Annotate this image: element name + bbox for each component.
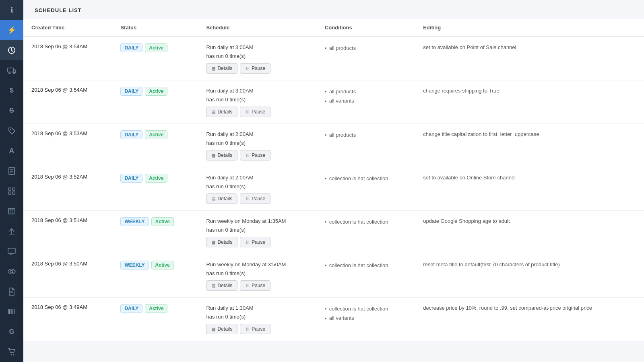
- details-button[interactable]: ▤ Details: [206, 193, 237, 204]
- svg-rect-13: [8, 192, 11, 194]
- schedule-actions: ▤ Details ⏸ Pause: [206, 193, 308, 204]
- status-badges: DAILY Active: [120, 174, 190, 183]
- apps-icon[interactable]: [0, 181, 23, 201]
- conditions-list: collection is hat collectionall variants: [325, 304, 407, 323]
- pause-button[interactable]: ⏸ Pause: [240, 193, 270, 204]
- created-time: 2018 Sep 06 @ 3:54AM: [31, 87, 87, 93]
- condition-item: collection is hat collection: [325, 304, 407, 313]
- svg-point-34: [11, 354, 12, 356]
- pause-button[interactable]: ⏸ Pause: [240, 150, 270, 160]
- strikethrough-icon[interactable]: S: [0, 101, 23, 121]
- details-button[interactable]: ▤ Details: [206, 324, 237, 334]
- schedule-run-line1: Run daily at 3:00AM: [206, 87, 308, 95]
- eye-icon[interactable]: [0, 261, 23, 282]
- document-edit-icon[interactable]: [0, 161, 23, 181]
- svg-line-2: [12, 51, 13, 52]
- g-icon[interactable]: G: [0, 322, 23, 342]
- pause-button[interactable]: ⏸ Pause: [240, 107, 270, 117]
- schedule-run-line1: Run daily at 2:00AM: [206, 130, 308, 138]
- status-badges: WEEKLY Active: [120, 217, 190, 226]
- clock-icon[interactable]: [0, 40, 23, 60]
- font-icon[interactable]: A: [0, 141, 23, 161]
- condition-item: collection is hat collection: [325, 217, 407, 226]
- frequency-badge: DAILY: [120, 130, 142, 139]
- created-time: 2018 Sep 06 @ 3:54AM: [31, 43, 87, 49]
- info-icon[interactable]: ℹ: [0, 0, 23, 20]
- details-button[interactable]: ▤ Details: [206, 280, 237, 291]
- cart-icon[interactable]: [0, 342, 23, 362]
- conditions-list: collection is hat collection: [325, 217, 407, 226]
- sidebar: ℹ ⚡ $ S A G: [0, 0, 23, 362]
- col-status: Status: [112, 19, 198, 37]
- status-badge: Active: [151, 261, 174, 269]
- col-conditions: Conditions: [317, 19, 415, 37]
- schedule-info: Run weekly on Monday at 3:50AM has run 0…: [206, 261, 308, 291]
- pause-button[interactable]: ⏸ Pause: [240, 280, 270, 291]
- condition-item: collection is hat collection: [325, 261, 407, 270]
- lightning-icon[interactable]: ⚡: [0, 20, 23, 40]
- svg-point-4: [9, 72, 10, 74]
- schedule-actions: ▤ Details ⏸ Pause: [206, 150, 308, 160]
- tag-icon[interactable]: [0, 121, 23, 141]
- table-row: 2018 Sep 06 @ 3:54AM DAILY Active Run da…: [23, 37, 644, 80]
- table-row: 2018 Sep 06 @ 3:50AM WEEKLY Active Run w…: [23, 254, 644, 298]
- pause-button[interactable]: ⏸ Pause: [240, 324, 270, 334]
- pause-button[interactable]: ⏸ Pause: [240, 237, 270, 247]
- schedule-run-line2: has run 0 time(s): [206, 96, 308, 104]
- table-row: 2018 Sep 06 @ 3:54AM DAILY Active Run da…: [23, 80, 644, 124]
- schedule-info: Run weekly on Monday at 1:35AM has run 0…: [206, 217, 308, 247]
- svg-point-6: [10, 129, 11, 130]
- condition-item: all variants: [325, 96, 407, 105]
- chat-icon[interactable]: [0, 241, 23, 261]
- created-time: 2018 Sep 06 @ 3:49AM: [31, 304, 87, 310]
- schedule-run-line1: Run daily at 1:30AM: [206, 304, 308, 312]
- schedule-run-line1: Run daily at 3:00AM: [206, 43, 308, 51]
- status-badges: DAILY Active: [120, 130, 190, 139]
- conditions-list: collection is hat collection: [325, 261, 407, 270]
- pause-button[interactable]: ⏸ Pause: [240, 63, 270, 74]
- truck-icon[interactable]: [0, 60, 23, 80]
- frequency-badge: WEEKLY: [120, 217, 149, 226]
- details-button[interactable]: ▤ Details: [206, 150, 237, 160]
- pause-icon: ⏸: [245, 283, 250, 288]
- schedule-run-line1: Run daily at 2:00AM: [206, 174, 308, 182]
- pause-icon: ⏸: [245, 66, 250, 71]
- condition-item: all products: [325, 43, 407, 53]
- schedule-info: Run daily at 3:00AM has run 0 time(s) ▤ …: [206, 43, 308, 74]
- details-button[interactable]: ▤ Details: [206, 63, 237, 74]
- status-badges: WEEKLY Active: [120, 261, 190, 269]
- schedule-actions: ▤ Details ⏸ Pause: [206, 324, 308, 334]
- file-icon[interactable]: [0, 282, 23, 302]
- svg-rect-3: [8, 68, 13, 72]
- conditions-list: collection is hat collection: [325, 174, 407, 183]
- table-icon[interactable]: [0, 201, 23, 221]
- pause-icon: ⏸: [245, 153, 250, 158]
- dollar-icon[interactable]: $: [0, 80, 23, 101]
- barcode-icon[interactable]: [0, 302, 23, 322]
- details-icon: ▤: [211, 283, 215, 288]
- schedule-actions: ▤ Details ⏸ Pause: [206, 107, 308, 117]
- created-time: 2018 Sep 06 @ 3:50AM: [31, 261, 87, 267]
- details-button[interactable]: ▤ Details: [206, 237, 237, 247]
- svg-point-24: [10, 270, 13, 273]
- editing-text: update Google Shopping age to adult: [423, 218, 510, 224]
- editing-text: change title capitalization to first_let…: [423, 131, 539, 137]
- details-icon: ▤: [211, 196, 215, 202]
- scale-icon[interactable]: [0, 221, 23, 241]
- col-schedule: Schedule: [198, 19, 316, 37]
- details-icon: ▤: [211, 327, 215, 332]
- schedule-run-line1: Run weekly on Monday at 1:35AM: [206, 217, 308, 225]
- created-time: 2018 Sep 06 @ 3:52AM: [31, 174, 87, 180]
- details-button[interactable]: ▤ Details: [206, 107, 237, 117]
- schedule-info: Run daily at 2:00AM has run 0 time(s) ▤ …: [206, 130, 308, 160]
- details-icon: ▤: [211, 153, 215, 158]
- pause-icon: ⏸: [245, 327, 250, 331]
- status-badge: Active: [145, 304, 167, 313]
- details-icon: ▤: [211, 66, 215, 71]
- status-badges: DAILY Active: [120, 304, 190, 313]
- editing-text: decrease price by 10%, round to .99, set…: [423, 305, 592, 311]
- status-badge: Active: [145, 174, 167, 183]
- schedule-info: Run daily at 1:30AM has run 0 time(s) ▤ …: [206, 304, 308, 334]
- svg-rect-14: [12, 192, 15, 194]
- schedule-run-line1: Run weekly on Monday at 3:50AM: [206, 261, 308, 269]
